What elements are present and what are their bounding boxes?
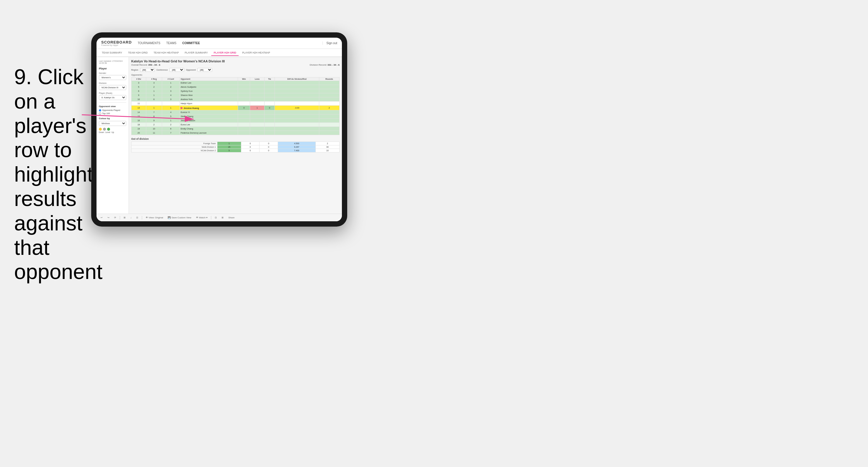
main-content: Last Updated: 27/03/2024 16:55:38 Player… bbox=[96, 57, 342, 214]
table-row[interactable]: 19106Emily Chang bbox=[131, 127, 340, 131]
last-updated: Last Updated: 27/03/2024 16:55:38 bbox=[99, 60, 126, 64]
colour-by-select[interactable]: Win/loss bbox=[99, 121, 126, 126]
out-of-division-row[interactable]: NCAA Division 25007.40010 bbox=[131, 149, 340, 152]
h2h-data-table: # Div # Reg # Conf Opponent Win Loss Tie… bbox=[131, 77, 340, 135]
radio-top-100[interactable]: Top 100 bbox=[99, 112, 126, 115]
conference-filter-label: Conference bbox=[157, 69, 168, 71]
overall-record: Overall Record: 353 - 34 - 6 Division Re… bbox=[131, 64, 340, 66]
powered-by: Powered by clippd bbox=[101, 44, 132, 46]
tab-player-summary[interactable]: PLAYER SUMMARY bbox=[182, 50, 210, 56]
toolbar-share[interactable]: Share bbox=[227, 216, 236, 220]
sign-out-button[interactable]: Sign out bbox=[322, 41, 337, 45]
toolbar-watch[interactable]: 👁 Watch ▾ bbox=[195, 216, 209, 220]
division-label: Division bbox=[99, 82, 126, 85]
table-row[interactable]: 11Haejo Hyun bbox=[131, 101, 340, 106]
conference-filter-select[interactable]: (All) bbox=[169, 68, 184, 72]
toolbar-save-custom[interactable]: 💾 Save Custom View bbox=[166, 216, 192, 220]
player-select[interactable]: 8. Katelyn Vo bbox=[99, 95, 126, 100]
tablet-frame: SCOREBOARD Powered by clippd TOURNAMENTS… bbox=[91, 32, 347, 226]
table-row[interactable]: 613Sydney Kuo bbox=[131, 89, 340, 93]
nav-bar: SCOREBOARD Powered by clippd TOURNAMENTS… bbox=[96, 38, 342, 49]
toolbar-grid[interactable]: ⊞ bbox=[122, 216, 127, 220]
region-filter-label: Region bbox=[131, 69, 138, 71]
opponent-view-options: Opponents Played Top 100 bbox=[99, 109, 126, 115]
gender-label: Gender bbox=[99, 72, 126, 74]
toolbar-settings[interactable]: ⊡ bbox=[214, 216, 218, 220]
table-row[interactable]: 1691Jessica Mason bbox=[131, 119, 340, 123]
dot-up bbox=[107, 128, 110, 131]
table-row[interactable]: 1585Stella Chang bbox=[131, 115, 340, 119]
table-row[interactable]: 1311▶Jessica Huang010-3.002 bbox=[131, 106, 340, 111]
region-filter-select[interactable]: (All) bbox=[140, 68, 155, 72]
nav-logo: SCOREBOARD Powered by clippd bbox=[101, 40, 132, 46]
col-loss: Loss bbox=[250, 77, 265, 81]
filters-row: Region (All) Conference (All) Opponent (… bbox=[131, 68, 340, 72]
division-select[interactable]: NCAA Division III bbox=[99, 85, 126, 90]
toolbar-view-original[interactable]: 👁 View: Original bbox=[145, 216, 164, 220]
nav-teams[interactable]: TEAMS bbox=[166, 41, 176, 45]
opponent-view-title: Opponent view bbox=[99, 105, 126, 108]
table-row[interactable]: 914Sharon Mun bbox=[131, 93, 340, 97]
tab-team-summary[interactable]: TEAM SUMMARY bbox=[99, 50, 124, 56]
tab-player-h2h-heatmap[interactable]: PLAYER H2H HEATMAP bbox=[240, 50, 273, 56]
grid-title: Katelyn Vo Head-to-Head Grid for Women's… bbox=[131, 59, 340, 63]
col-diff: Diff Av Strokes/Rnd bbox=[275, 77, 319, 81]
colour-by-title: Colour by bbox=[99, 117, 126, 120]
annotation-text: 9. Click on a player's row to highlight … bbox=[14, 65, 88, 284]
tab-team-h2h-grid[interactable]: TEAM H2H GRID bbox=[126, 50, 150, 56]
table-row[interactable]: 331Esther Lee bbox=[131, 81, 340, 85]
nav-links: TOURNAMENTS TEAMS COMMITTEE bbox=[138, 41, 322, 45]
tab-team-h2h-heatmap[interactable]: TEAM H2H HEATMAP bbox=[151, 50, 181, 56]
col-opponent: Opponent bbox=[180, 77, 238, 81]
col-tie: Tie bbox=[264, 77, 275, 81]
colour-labels: Down Level Up bbox=[99, 131, 126, 133]
sub-nav: TEAM SUMMARY TEAM H2H GRID TEAM H2H HEAT… bbox=[96, 49, 342, 57]
radio-opponents-played[interactable]: Opponents Played bbox=[99, 109, 126, 112]
toolbar-redo[interactable]: ⟳ bbox=[113, 216, 117, 220]
table-row[interactable]: 1474Eunice Yi bbox=[131, 111, 340, 115]
toolbar-grid2[interactable]: ⊞ bbox=[220, 216, 225, 220]
col-div: # Div bbox=[131, 77, 146, 81]
col-reg: # Reg bbox=[146, 77, 162, 81]
toolbar-undo[interactable]: ↩ bbox=[99, 216, 104, 220]
sidebar: Last Updated: 27/03/2024 16:55:38 Player… bbox=[96, 57, 129, 214]
toolbar-undo2[interactable]: ↪ bbox=[106, 216, 111, 220]
opponents-label: Opponents: bbox=[131, 73, 340, 76]
dot-level bbox=[103, 128, 106, 131]
out-of-division-table: Foreign Team1004.5002NAIA Division 11500… bbox=[131, 142, 340, 152]
toolbar-reset[interactable]: ⊡ bbox=[135, 216, 140, 220]
dot-down bbox=[99, 128, 102, 131]
col-conf: # Conf bbox=[162, 77, 180, 81]
table-row[interactable]: 522Alexis Sudijanto bbox=[131, 85, 340, 89]
right-panel: Katelyn Vo Head-to-Head Grid for Women's… bbox=[129, 57, 342, 214]
gender-select[interactable]: Women's bbox=[99, 75, 126, 80]
toolbar-download[interactable]: ↓ bbox=[129, 216, 133, 220]
col-rounds: Rounds bbox=[319, 77, 339, 81]
table-row[interactable]: 1822Euna Lee bbox=[131, 123, 340, 127]
logo-text: SCOREBOARD bbox=[101, 40, 132, 44]
out-of-division-title: Out of division bbox=[131, 137, 340, 141]
player-section-title: Player bbox=[99, 67, 126, 70]
out-of-division-row[interactable]: NAIA Division 115009.26730 bbox=[131, 145, 340, 149]
bottom-toolbar: ↩ ↪ ⟳ ⊞ ↓ ⊡ 👁 View: Original 💾 Save Cust… bbox=[96, 214, 342, 221]
nav-committee[interactable]: COMMITTEE bbox=[182, 41, 200, 45]
player-rank-label: Player (Rank) bbox=[99, 92, 126, 94]
tab-player-h2h-grid[interactable]: PLAYER H2H GRID bbox=[211, 50, 239, 56]
nav-tournaments[interactable]: TOURNAMENTS bbox=[138, 41, 160, 45]
tablet-screen: SCOREBOARD Powered by clippd TOURNAMENTS… bbox=[96, 38, 342, 221]
col-win: Win bbox=[238, 77, 250, 81]
opponent-filter-label: Opponent bbox=[186, 69, 196, 71]
table-row[interactable]: 20117Federica Domecq Lacroze bbox=[131, 131, 340, 135]
out-of-division-row[interactable]: Foreign Team1004.5002 bbox=[131, 142, 340, 145]
opponent-filter-select[interactable]: (All) bbox=[197, 68, 212, 72]
table-row[interactable]: 1063Andrea York bbox=[131, 97, 340, 101]
